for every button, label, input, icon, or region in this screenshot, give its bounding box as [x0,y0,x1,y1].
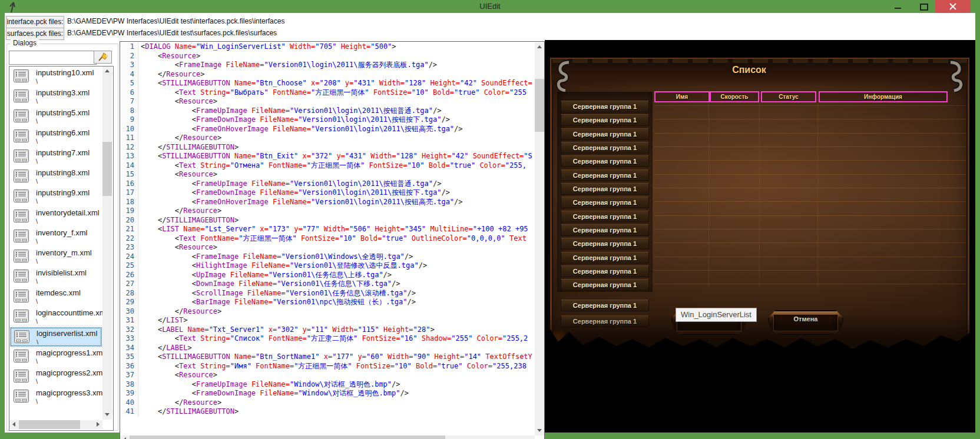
code-line[interactable]: 15 <Resource> [120,170,535,179]
scroll-up-arrow-icon[interactable] [105,69,110,72]
code-line[interactable]: 33 <Text String="Список" FontName="方正隶二简… [120,334,535,344]
code-line[interactable]: 9 <FrameDownImage FileName="Version01\lo… [120,115,535,125]
code-line[interactable]: 28 <ScrollImage FileName="Version01\任务信息… [120,289,535,298]
code-line[interactable]: 12 </STILLIMAGEBUTTON> [120,143,535,152]
scroll-down-arrow-icon[interactable] [105,413,110,416]
list-item[interactable]: invisiblelist.xml\ [10,267,102,287]
code-line[interactable]: 22 <Text FontName="方正细黑一简体" FontSize="10… [120,234,535,244]
surfaces-pck-button[interactable]: surfaces.pck files: [6,28,64,40]
scroll-left-arrow-icon[interactable] [12,422,15,427]
server-group-button[interactable]: Серверная группа 1 [561,114,649,126]
code-line[interactable]: 26 <UpImage FileName="Version01\任务信息\上移.… [120,271,535,280]
code-line[interactable]: 30 </Resource> [120,307,535,317]
server-group-button[interactable]: Серверная группа 1 [561,142,649,154]
code-line[interactable]: 3 <FrameImage FileName="Version01\login\… [120,61,535,70]
code-line[interactable]: 10 <FrameOnHoverImage FileName="Version0… [120,125,535,134]
server-group-button[interactable]: Серверная группа 1 [561,101,649,112]
list-item[interactable]: itemdesc.xml\ [10,287,102,307]
code-line[interactable]: 5 <STILLIMAGEBUTTON Name="Btn_Choose" x=… [120,79,535,88]
code-line[interactable]: 34 </LABEL> [120,344,535,353]
minimize-button[interactable] [886,0,909,13]
server-group-button[interactable]: Серверная группа 1 [561,128,649,140]
dialog-list-vscrollbar[interactable] [102,66,112,420]
code-lines[interactable]: 1<DIALOG Name="Win_LoginServerList" Widt… [120,42,535,423]
clear-search-button[interactable] [94,51,112,64]
list-item[interactable]: inventorydetail.xml\ [10,207,102,227]
code-line[interactable]: 40 </Resource> [120,398,535,408]
list-item[interactable]: inputstring9.xml\ [10,187,102,207]
list-item[interactable]: inputstring5.xml\ [10,107,102,127]
list-item[interactable]: inventory_f.xml\ [10,227,102,247]
vscroll-thumb[interactable] [102,142,112,196]
server-group-button[interactable]: Серверная группа 1 [561,211,649,222]
code-line[interactable]: 39 <FrameDownImage FileName="Window\对话框_… [120,389,535,398]
code-line[interactable]: 6 <Text String="Выбрать" FontName="方正细黑一… [120,88,535,98]
code-line[interactable]: 29 <BarImage FileName="Version01\npc\拖动按… [120,298,535,307]
code-line[interactable]: 14 <Text String="Отмена" FontName="方正细黑一… [120,161,535,171]
column-header-name[interactable]: Имя [654,91,710,102]
editor-hscrollbar[interactable] [120,435,535,439]
editor-scroll-down-icon[interactable] [537,429,542,432]
dialog-list-hscrollbar[interactable] [9,420,102,429]
server-group-button[interactable]: Серверная группа 1 [561,183,649,195]
interface-pck-button[interactable]: interface.pck files: [6,16,64,28]
code-line[interactable]: 27 <DownImage FileName="Version01\任务信息\下… [120,280,535,289]
code-line[interactable]: 19 </Resource> [120,207,535,216]
code-line[interactable]: 35 <STILLIMAGEBUTTON Name="Btn_SortName1… [120,352,535,362]
server-group-button[interactable]: Серверная группа 1 [561,155,649,167]
editor-vscrollbar[interactable] [535,42,544,435]
list-item[interactable]: inputstring6.xml\ [10,127,102,147]
code-line[interactable]: 2 <Resource> [120,52,535,61]
code-line[interactable]: 16 <FrameUpImage FileName="Version01\log… [120,179,535,189]
code-line[interactable]: 38 <FrameUpImage FileName="Window\对话框_透明… [120,380,535,390]
server-group-button[interactable]: Серверная группа 1 [561,252,649,264]
server-group-button[interactable]: Серверная группа 1 [561,224,649,236]
server-group-button[interactable]: Серверная группа 1 [561,265,649,277]
list-item[interactable]: magicprogress1.xml\ [10,347,102,367]
list-item[interactable]: loginserverlist.xml\ [10,327,102,347]
column-header-status[interactable]: Статус [761,91,816,102]
list-item[interactable]: inventory_m.xml\ [10,247,102,267]
surfaces-pck-path[interactable]: B:\GAMEDEV\PW Interfaces\UIEdit test\sur… [67,28,277,39]
scroll-right-arrow-icon[interactable] [97,422,100,427]
code-line[interactable]: 11 </Resource> [120,134,535,143]
code-line[interactable]: 17 <FrameDownImage FileName="Version01\l… [120,188,535,198]
column-header-info[interactable]: Информация [819,91,948,102]
code-line[interactable]: 37 <Resource> [120,371,535,380]
code-line[interactable]: 36 <Text String="Имя" FontName="方正细黑一简体"… [120,362,535,371]
code-line[interactable]: 7 <Resource> [120,97,535,107]
code-line[interactable]: 24 <FrameImage FileName="Version01\Windo… [120,252,535,262]
close-button[interactable] [935,0,971,13]
xml-editor[interactable]: 1<DIALOG Name="Win_LoginServerList" Widt… [120,41,545,439]
code-line[interactable]: 13 <STILLIMAGEBUTTON Name="Btn_Exit" x="… [120,152,535,161]
titlebar[interactable]: UIEdit [0,0,980,13]
list-item[interactable]: magicprogress2.xml\ [10,367,102,387]
list-item[interactable]: magicprogress3.xml\ [10,387,102,407]
server-group-button[interactable]: Серверная группа 1 [561,279,649,291]
dialog-list[interactable]: inputstring10.xml\inputstring3.xml\input… [9,66,114,431]
list-item[interactable]: inputstring8.xml\ [10,167,102,187]
list-item[interactable]: loginaccounttime.xml\ [10,307,102,327]
hscroll-thumb[interactable] [19,420,80,429]
code-line[interactable]: 18 <FrameOnHoverImage FileName="Version0… [120,198,535,207]
editor-vscroll-thumb[interactable] [535,79,544,132]
code-line[interactable]: 1<DIALOG Name="Win_LoginServerList" Widt… [120,42,535,52]
code-line[interactable]: 41 </STILLIMAGEBUTTON> [120,407,535,417]
code-line[interactable]: 32 <LABEL Name="Txt_Server1" x="302" y="… [120,325,535,335]
code-line[interactable]: 31 </LIST> [120,316,535,325]
code-line[interactable]: 8 <FrameUpImage FileName="Version01\logi… [120,107,535,116]
interface-pck-path[interactable]: B:\GAMEDEV\PW Interfaces\UIEdit test\int… [67,16,284,27]
column-header-speed[interactable]: Скорость [710,91,759,102]
server-group-button[interactable]: Серверная группа 1 [561,238,649,250]
dialog-search-input[interactable] [9,51,97,65]
code-line[interactable]: 20 </STILLIMAGEBUTTON> [120,216,535,225]
server-group-button[interactable]: Серверная группа 1 [561,169,649,181]
list-item[interactable]: inputstring10.xml\ [10,67,102,87]
code-line[interactable]: 25 <HilightImage FileName="Version01\登陆修… [120,261,535,271]
server-group-button[interactable]: Серверная группа 1 [561,197,649,208]
editor-hscroll-thumb[interactable] [130,435,445,439]
code-line[interactable]: 23 <Resource> [120,243,535,252]
code-line[interactable]: 4 </Resource> [120,70,535,79]
editor-scroll-up-icon[interactable] [537,45,542,48]
code-line[interactable]: 21 <LIST Name="Lst_Server" x="173" y="77… [120,225,535,234]
